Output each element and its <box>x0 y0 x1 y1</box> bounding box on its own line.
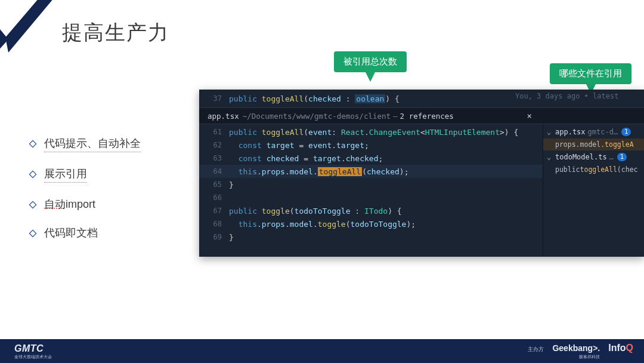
line-number: 37 <box>199 94 229 103</box>
diamond-icon <box>29 170 37 179</box>
code-line: public toggleAll(checked : oolean) { <box>229 94 400 103</box>
bullet-text: 展示引用 <box>44 167 87 183</box>
svg-rect-3 <box>29 230 36 236</box>
count-badge: 1 <box>621 128 631 136</box>
refs-path: ~/Documents/www/gmtc-demos/client <box>243 112 391 121</box>
infoq-logo: InfoQ <box>608 343 633 353</box>
svg-rect-1 <box>29 171 36 177</box>
count-badge: 1 <box>617 153 627 161</box>
diamond-icon <box>29 140 37 148</box>
geekbang-logo: Geekbang>. 极客邦科技 <box>552 343 600 360</box>
code-body[interactable]: 61public toggleAll(event: React.ChangeEv… <box>199 124 543 256</box>
git-blame: You, 3 days ago • latest <box>515 92 618 100</box>
sidebar-ref-line[interactable]: props.model.toggleA <box>543 139 644 150</box>
bullet-list: 代码提示、自动补全 展示引用 自动import 代码即文档 <box>29 136 184 256</box>
host-label: 主办方 <box>528 346 544 353</box>
references-sidebar[interactable]: ⌄ app.tsx gmtc-d… 1 props.model.toggleA … <box>543 124 644 256</box>
close-icon[interactable]: × <box>527 111 532 121</box>
corner-accent <box>0 0 63 63</box>
bullet-item: 代码提示、自动补全 <box>29 136 184 152</box>
sidebar-file[interactable]: ⌄ todoModel.ts … 1 <box>543 150 644 164</box>
svg-rect-0 <box>29 140 36 147</box>
chevron-down-icon: ⌄ <box>547 153 553 161</box>
slide-title: 提高生产力 <box>62 19 169 47</box>
bullet-text: 自动import <box>44 197 95 211</box>
callout-total-refs: 被引用总次数 <box>334 51 407 72</box>
code-editor: 37 public toggleAll(checked : oolean) { … <box>199 90 644 257</box>
sidebar-ref-line[interactable]: public toggleAll(chec <box>543 164 644 176</box>
slide-footer: GMTC 全球大前端技术大会 主办方 Geekbang>. 极客邦科技 Info… <box>0 339 644 363</box>
bullet-text: 代码即文档 <box>44 226 98 241</box>
bullet-item: 展示引用 <box>29 167 184 183</box>
refs-count: 2 references <box>400 112 454 121</box>
sidebar-file[interactable]: ⌄ app.tsx gmtc-d… 1 <box>543 125 644 139</box>
chevron-down-icon: ⌄ <box>547 128 553 136</box>
bullet-text: 代码提示、自动补全 <box>44 136 141 152</box>
references-bar[interactable]: app.tsx ~/Documents/www/gmtc-demos/clien… <box>199 107 644 124</box>
brand-logo: GMTC 全球大前端技术大会 <box>14 344 52 359</box>
diamond-icon <box>29 201 37 209</box>
svg-rect-2 <box>29 201 36 208</box>
bullet-item: 自动import <box>29 197 184 211</box>
refs-filename: app.tsx <box>208 112 239 121</box>
bullet-item: 代码即文档 <box>29 226 184 241</box>
callout-files-refs: 哪些文件在引用 <box>550 63 631 84</box>
diamond-icon <box>29 229 37 238</box>
